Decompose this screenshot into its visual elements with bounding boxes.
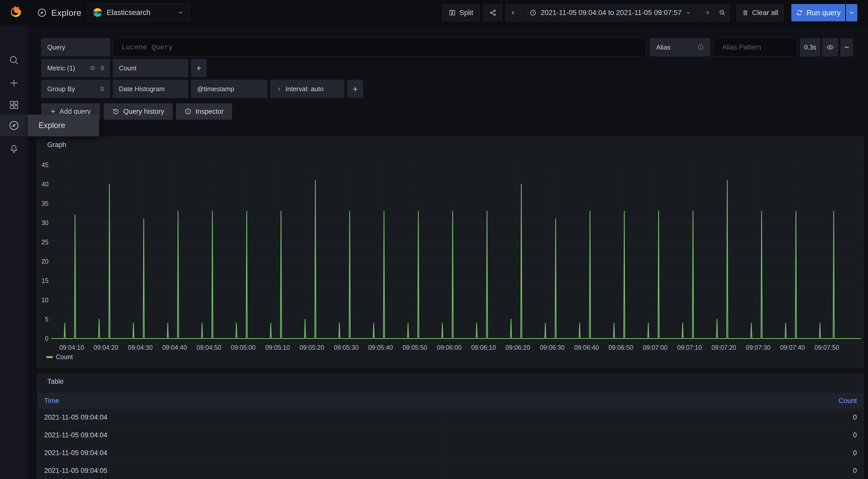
table-panel: Table Time Count 2021-11-05 09:04:040202… [37, 373, 864, 479]
svg-text:09:04:10: 09:04:10 [59, 344, 84, 351]
groupby-field-button[interactable]: @timestamp [191, 80, 268, 98]
plus-icon: + [353, 84, 358, 94]
clear-all-label: Clear all [752, 9, 778, 17]
y-axis-labels: 051015202530354045 [41, 161, 49, 342]
svg-text:09:04:50: 09:04:50 [196, 344, 221, 351]
svg-text:45: 45 [41, 161, 49, 169]
run-query-button[interactable]: Run query [791, 4, 845, 21]
split-button[interactable]: Split [442, 4, 479, 21]
svg-text:09:06:30: 09:06:30 [540, 344, 564, 351]
sync-icon [796, 9, 803, 16]
svg-text:20: 20 [41, 258, 49, 265]
explore-flyout[interactable]: Explore [28, 115, 99, 137]
toggle-query-visibility-button[interactable] [822, 38, 838, 56]
series-count-line [51, 180, 861, 338]
clock-icon [529, 9, 536, 16]
add-groupby-button[interactable]: + [347, 80, 363, 98]
svg-text:0: 0 [45, 335, 49, 342]
trash-icon[interactable] [99, 65, 105, 71]
table-cell-time: 2021-11-05 09:04:04 [38, 444, 444, 462]
share-button[interactable] [484, 4, 502, 21]
table-row: 2021-11-05 09:04:040 [38, 409, 863, 426]
grafana-logo-icon[interactable] [6, 3, 22, 19]
svg-text:09:05:10: 09:05:10 [265, 344, 290, 351]
table-header-count[interactable]: Count [444, 393, 863, 409]
grid-lines [51, 161, 861, 338]
inspector-button[interactable]: Inspector [176, 103, 232, 120]
sidebar [0, 25, 28, 479]
table-cell-count: 0 [444, 426, 863, 444]
lucene-query-placeholder: Lucene Query [122, 43, 173, 51]
time-shift-back-button[interactable] [506, 4, 521, 21]
split-columns-icon [449, 9, 456, 16]
compass-icon [37, 8, 47, 18]
sidebar-item-alerting[interactable] [0, 140, 28, 156]
alias-label-box: Alias [650, 38, 710, 56]
sidebar-item-search[interactable] [0, 52, 28, 68]
remove-query-button[interactable] [840, 38, 853, 56]
query-time-value: 0.3s [804, 44, 816, 51]
sidebar-item-dashboards[interactable] [0, 97, 28, 113]
minus-icon [843, 44, 850, 51]
groupby-label: Group By [47, 85, 75, 93]
search-icon [9, 55, 19, 65]
sidebar-item-create[interactable] [0, 75, 28, 91]
datasource-name: Elasticsearch [107, 8, 177, 17]
time-range-label: 2021-11-05 09:04:04 to 2021-11-05 09:07:… [541, 9, 682, 17]
query-history-button[interactable]: Query history [103, 103, 173, 120]
svg-text:09:06:20: 09:06:20 [506, 344, 530, 351]
graph-canvas[interactable]: 05101520253035404509:04:1009:04:2009:04:… [37, 137, 864, 352]
svg-text:5: 5 [45, 316, 49, 323]
alias-pattern-input[interactable]: Alias Pattern [713, 38, 797, 56]
groupby-interval-button[interactable]: Interval: auto [270, 80, 344, 98]
run-query-dropdown-button[interactable] [846, 4, 857, 21]
svg-text:10: 10 [41, 296, 49, 303]
add-metric-button[interactable]: + [191, 59, 207, 77]
zoom-out-button[interactable] [715, 4, 730, 21]
alias-pattern-placeholder: Alias Pattern [722, 43, 761, 51]
eye-icon[interactable] [89, 65, 96, 71]
alias-label: Alias [656, 43, 671, 51]
table-header-row: Time Count [38, 393, 863, 409]
svg-text:09:05:50: 09:05:50 [403, 344, 427, 351]
metric-value-button[interactable]: Count [113, 59, 188, 77]
time-picker-group: 2021-11-05 09:04:04 to 2021-11-05 09:07:… [506, 4, 730, 21]
table-row: 2021-11-05 09:04:040 [38, 426, 863, 444]
groupby-type-button[interactable]: Date Histogram [113, 80, 188, 98]
svg-text:09:07:30: 09:07:30 [746, 344, 771, 351]
table-cell-time: 2021-11-05 09:04:04 [38, 426, 444, 444]
compass-icon [8, 120, 20, 131]
svg-text:35: 35 [41, 200, 49, 207]
info-circle-icon[interactable] [698, 44, 704, 51]
query-row-label: Query [41, 38, 110, 56]
graph-legend[interactable]: Count [46, 353, 73, 361]
table-panel-title[interactable]: Table [47, 378, 64, 386]
table-cell-count: 0 [444, 462, 863, 479]
lucene-query-input[interactable]: Lucene Query [113, 38, 646, 56]
x-axis-labels: 09:04:1009:04:2009:04:3009:04:4009:04:50… [59, 344, 839, 351]
svg-text:25: 25 [41, 238, 49, 246]
legend-series-swatch [46, 356, 53, 358]
trash-icon[interactable] [99, 86, 105, 92]
svg-text:09:04:40: 09:04:40 [162, 344, 187, 351]
legend-series-label: Count [56, 353, 73, 361]
table-header-time[interactable]: Time [38, 393, 444, 409]
svg-text:09:04:20: 09:04:20 [94, 344, 118, 351]
count-column-header: Count [839, 397, 857, 405]
datasource-picker[interactable]: Elasticsearch [88, 4, 189, 21]
trash-icon [742, 9, 749, 16]
inspector-label: Inspector [195, 108, 224, 116]
sidebar-item-explore[interactable] [0, 114, 28, 137]
metric-row-label: Metric (1) [41, 59, 110, 77]
table-body: 2021-11-05 09:04:0402021-11-05 09:04:040… [38, 409, 863, 479]
query-time-badge: 0.3s [800, 38, 820, 56]
chevron-right-icon [276, 86, 282, 92]
table-cell-time: 2021-11-05 09:04:05 [38, 462, 444, 479]
plus-icon [9, 78, 19, 88]
clear-all-button[interactable]: Clear all [737, 4, 784, 21]
time-shift-forward-button[interactable] [700, 4, 715, 21]
query-label: Query [47, 43, 65, 51]
groupby-type: Date Histogram [119, 85, 165, 93]
run-query-label: Run query [807, 9, 841, 17]
time-range-button[interactable]: 2021-11-05 09:04:04 to 2021-11-05 09:07:… [521, 4, 700, 21]
